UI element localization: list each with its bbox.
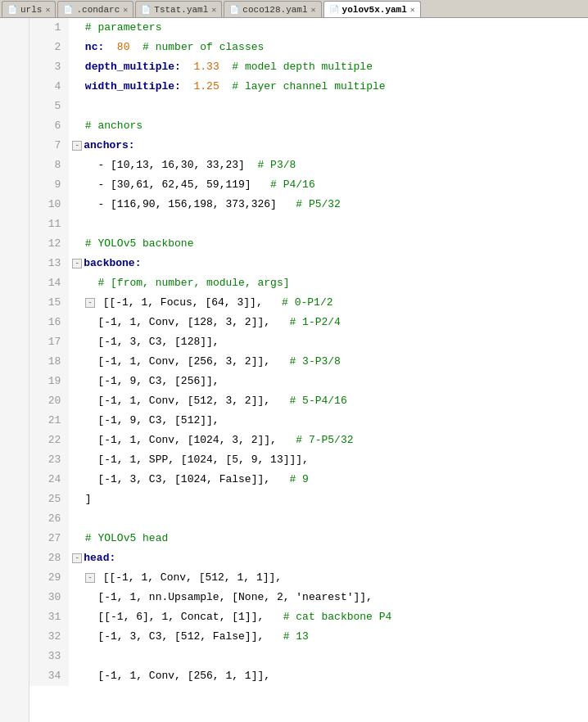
line-content: - [[-1, 1, Focus, [64, 3]], # 0-P1/2	[69, 293, 588, 313]
fold-icon-backbone[interactable]: -	[72, 259, 82, 268]
code-table: 1 # parameters 2 nc: 80 # number of clas…	[29, 18, 588, 686]
fold-icon-head[interactable]: -	[72, 553, 82, 563]
line-content: -anchors:	[69, 136, 588, 156]
line-row: 1 # parameters	[29, 18, 588, 38]
line-content: - [116,90, 156,198, 373,326] # P5/32	[69, 195, 588, 214]
line-number: 13	[29, 254, 69, 273]
tab-label-yolov5x: yolov5x.yaml	[342, 5, 407, 15]
line-content: [-1, 3, C3, [1024, False]], # 9	[69, 470, 588, 490]
line-row: 7 -anchors:	[29, 136, 588, 156]
tab-label-tstat: Tstat.yaml	[154, 5, 208, 15]
line-number: 17	[29, 332, 69, 352]
line-content: -head:	[69, 548, 588, 568]
tab-label-coco128: coco128.yaml	[242, 5, 307, 15]
line-number: 12	[29, 234, 69, 254]
line-number: 11	[29, 214, 69, 234]
fold-icon-anchors[interactable]: -	[72, 141, 82, 151]
tab-icon-tstat: 📄	[141, 5, 151, 15]
line-content: # YOLOv5 backbone	[69, 234, 588, 254]
gutter	[0, 18, 29, 722]
line-number: 8	[29, 156, 69, 175]
line-row: 8 - [10,13, 16,30, 33,23] # P3/8	[29, 156, 588, 175]
line-row: 25 ]	[29, 490, 588, 509]
line-number: 33	[29, 647, 69, 666]
tab-icon-condarc: 📄	[63, 5, 73, 15]
line-content: - [10,13, 16,30, 33,23] # P3/8	[69, 156, 588, 175]
line-number: 5	[29, 97, 69, 116]
line-row: 11	[29, 214, 588, 234]
line-number: 3	[29, 57, 69, 77]
line-number: 30	[29, 588, 69, 607]
tab-condarc[interactable]: 📄 .condarc ✕	[57, 1, 133, 17]
line-content: [[-1, 6], 1, Concat, [1]], # cat backbon…	[69, 607, 588, 627]
line-content	[69, 647, 588, 666]
line-content: [-1, 1, nn.Upsample, [None, 2, 'nearest'…	[69, 588, 588, 607]
tab-label-condarc: .condarc	[76, 5, 120, 15]
tab-close-yolov5x[interactable]: ✕	[410, 5, 415, 15]
line-content: -backbone:	[69, 254, 588, 273]
line-content: nc: 80 # number of classes	[69, 38, 588, 57]
line-row: 28 -head:	[29, 548, 588, 568]
line-number: 6	[29, 116, 69, 136]
line-content: depth_multiple: 1.33 # model depth multi…	[69, 57, 588, 77]
line-row: 6 # anchors	[29, 116, 588, 136]
fold-icon-head-list[interactable]: -	[85, 573, 95, 583]
line-number: 27	[29, 529, 69, 548]
tab-close-coco128[interactable]: ✕	[311, 5, 316, 15]
line-row: 3 depth_multiple: 1.33 # model depth mul…	[29, 57, 588, 77]
line-content: # parameters	[69, 18, 588, 38]
line-number: 15	[29, 293, 69, 313]
line-number: 22	[29, 431, 69, 450]
tab-label-urls: urls	[20, 5, 42, 15]
line-content	[69, 509, 588, 529]
line-row: 27 # YOLOv5 head	[29, 529, 588, 548]
line-number: 25	[29, 490, 69, 509]
tab-close-tstat[interactable]: ✕	[211, 5, 216, 15]
line-number: 21	[29, 411, 69, 431]
line-row: 14 # [from, number, module, args]	[29, 273, 588, 293]
line-row: 24 [-1, 3, C3, [1024, False]], # 9	[29, 470, 588, 490]
editor: 1 # parameters 2 nc: 80 # number of clas…	[0, 18, 588, 722]
line-content: # [from, number, module, args]	[69, 273, 588, 293]
line-row: 13 -backbone:	[29, 254, 588, 273]
code-container[interactable]: 1 # parameters 2 nc: 80 # number of clas…	[29, 18, 588, 722]
line-row: 23 [-1, 1, SPP, [1024, [5, 9, 13]]],	[29, 450, 588, 470]
tab-tstat[interactable]: 📄 Tstat.yaml ✕	[135, 1, 222, 17]
tab-urls[interactable]: 📄 urls ✕	[2, 1, 56, 17]
line-row: 29 - [[-1, 1, Conv, [512, 1, 1]],	[29, 568, 588, 588]
line-content: [-1, 1, Conv, [256, 1, 1]],	[69, 666, 588, 686]
line-number: 34	[29, 666, 69, 686]
fold-icon-backbone-list[interactable]: -	[85, 298, 95, 308]
line-row: 19 [-1, 9, C3, [256]],	[29, 372, 588, 391]
line-row: 26	[29, 509, 588, 529]
line-content	[69, 97, 588, 116]
line-content: ]	[69, 490, 588, 509]
line-content: - [30,61, 62,45, 59,119] # P4/16	[69, 175, 588, 195]
line-row: 20 [-1, 1, Conv, [512, 3, 2]], # 5-P4/16	[29, 391, 588, 411]
line-row: 34 [-1, 1, Conv, [256, 1, 1]],	[29, 666, 588, 686]
line-content: [-1, 9, C3, [256]],	[69, 372, 588, 391]
line-row: 9 - [30,61, 62,45, 59,119] # P4/16	[29, 175, 588, 195]
line-content: # YOLOv5 head	[69, 529, 588, 548]
app-window: 📄 urls ✕ 📄 .condarc ✕ 📄 Tstat.yaml ✕ 📄 c…	[0, 0, 588, 722]
tab-close-urls[interactable]: ✕	[45, 5, 50, 15]
line-row: 12 # YOLOv5 backbone	[29, 234, 588, 254]
line-row: 21 [-1, 9, C3, [512]],	[29, 411, 588, 431]
line-number: 14	[29, 273, 69, 293]
tab-close-condarc[interactable]: ✕	[123, 5, 128, 15]
line-content: width_multiple: 1.25 # layer channel mul…	[69, 77, 588, 97]
tab-icon-urls: 📄	[7, 5, 17, 15]
line-row: 10 - [116,90, 156,198, 373,326] # P5/32	[29, 195, 588, 214]
tab-coco128[interactable]: 📄 coco128.yaml ✕	[224, 1, 321, 17]
line-number: 28	[29, 548, 69, 568]
line-content: # anchors	[69, 116, 588, 136]
line-content: [-1, 3, C3, [512, False]], # 13	[69, 627, 588, 647]
line-number: 1	[29, 18, 69, 38]
tab-yolov5x[interactable]: 📄 yolov5x.yaml ✕	[323, 1, 421, 17]
line-number: 24	[29, 470, 69, 490]
line-row: 5	[29, 97, 588, 116]
line-row: 2 nc: 80 # number of classes	[29, 38, 588, 57]
tab-icon-coco128: 📄	[229, 5, 239, 15]
line-number: 18	[29, 352, 69, 372]
line-row: 22 [-1, 1, Conv, [1024, 3, 2]], # 7-P5/3…	[29, 431, 588, 450]
